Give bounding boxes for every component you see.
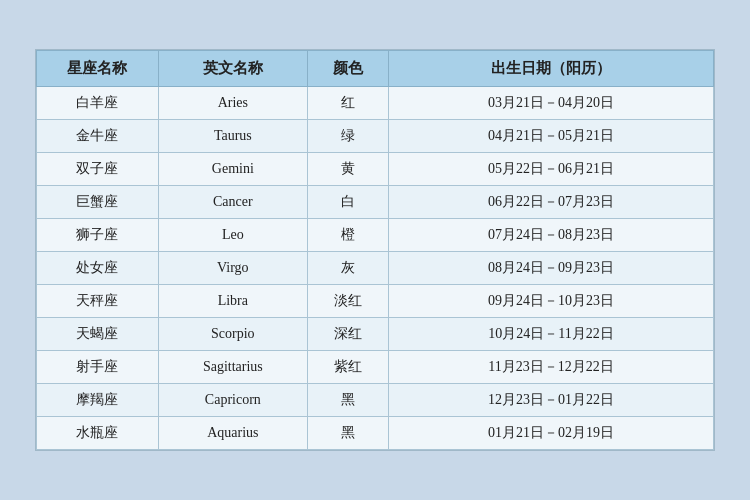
- cell-english: Taurus: [158, 120, 307, 153]
- table-row: 处女座Virgo灰08月24日－09月23日: [37, 252, 714, 285]
- table-row: 巨蟹座Cancer白06月22日－07月23日: [37, 186, 714, 219]
- cell-chinese: 射手座: [37, 351, 159, 384]
- cell-english: Scorpio: [158, 318, 307, 351]
- table-row: 双子座Gemini黄05月22日－06月21日: [37, 153, 714, 186]
- cell-date: 08月24日－09月23日: [389, 252, 714, 285]
- cell-english: Capricorn: [158, 384, 307, 417]
- cell-english: Sagittarius: [158, 351, 307, 384]
- table-header-row: 星座名称 英文名称 颜色 出生日期（阳历）: [37, 51, 714, 87]
- header-color: 颜色: [307, 51, 388, 87]
- cell-date: 10月24日－11月22日: [389, 318, 714, 351]
- cell-color: 深红: [307, 318, 388, 351]
- cell-color: 橙: [307, 219, 388, 252]
- cell-color: 黄: [307, 153, 388, 186]
- zodiac-table-container: 星座名称 英文名称 颜色 出生日期（阳历） 白羊座Aries红03月21日－04…: [35, 49, 715, 451]
- cell-english: Aries: [158, 87, 307, 120]
- table-row: 白羊座Aries红03月21日－04月20日: [37, 87, 714, 120]
- header-date: 出生日期（阳历）: [389, 51, 714, 87]
- cell-english: Cancer: [158, 186, 307, 219]
- cell-chinese: 水瓶座: [37, 417, 159, 450]
- cell-english: Leo: [158, 219, 307, 252]
- cell-color: 红: [307, 87, 388, 120]
- zodiac-table: 星座名称 英文名称 颜色 出生日期（阳历） 白羊座Aries红03月21日－04…: [36, 50, 714, 450]
- cell-chinese: 狮子座: [37, 219, 159, 252]
- cell-english: Virgo: [158, 252, 307, 285]
- cell-color: 淡红: [307, 285, 388, 318]
- table-body: 白羊座Aries红03月21日－04月20日金牛座Taurus绿04月21日－0…: [37, 87, 714, 450]
- cell-english: Aquarius: [158, 417, 307, 450]
- cell-date: 04月21日－05月21日: [389, 120, 714, 153]
- cell-chinese: 白羊座: [37, 87, 159, 120]
- table-row: 摩羯座Capricorn黑12月23日－01月22日: [37, 384, 714, 417]
- cell-date: 11月23日－12月22日: [389, 351, 714, 384]
- cell-date: 06月22日－07月23日: [389, 186, 714, 219]
- table-row: 金牛座Taurus绿04月21日－05月21日: [37, 120, 714, 153]
- cell-date: 03月21日－04月20日: [389, 87, 714, 120]
- table-row: 水瓶座Aquarius黑01月21日－02月19日: [37, 417, 714, 450]
- cell-date: 09月24日－10月23日: [389, 285, 714, 318]
- header-english: 英文名称: [158, 51, 307, 87]
- header-chinese: 星座名称: [37, 51, 159, 87]
- cell-english: Gemini: [158, 153, 307, 186]
- table-row: 天蝎座Scorpio深红10月24日－11月22日: [37, 318, 714, 351]
- cell-chinese: 天秤座: [37, 285, 159, 318]
- cell-chinese: 巨蟹座: [37, 186, 159, 219]
- cell-date: 12月23日－01月22日: [389, 384, 714, 417]
- cell-chinese: 摩羯座: [37, 384, 159, 417]
- cell-chinese: 处女座: [37, 252, 159, 285]
- table-row: 天秤座Libra淡红09月24日－10月23日: [37, 285, 714, 318]
- cell-date: 07月24日－08月23日: [389, 219, 714, 252]
- cell-date: 05月22日－06月21日: [389, 153, 714, 186]
- cell-english: Libra: [158, 285, 307, 318]
- cell-chinese: 天蝎座: [37, 318, 159, 351]
- table-row: 射手座Sagittarius紫红11月23日－12月22日: [37, 351, 714, 384]
- cell-color: 黑: [307, 384, 388, 417]
- cell-chinese: 双子座: [37, 153, 159, 186]
- cell-color: 灰: [307, 252, 388, 285]
- cell-color: 绿: [307, 120, 388, 153]
- cell-chinese: 金牛座: [37, 120, 159, 153]
- cell-color: 白: [307, 186, 388, 219]
- cell-date: 01月21日－02月19日: [389, 417, 714, 450]
- cell-color: 紫红: [307, 351, 388, 384]
- cell-color: 黑: [307, 417, 388, 450]
- table-row: 狮子座Leo橙07月24日－08月23日: [37, 219, 714, 252]
